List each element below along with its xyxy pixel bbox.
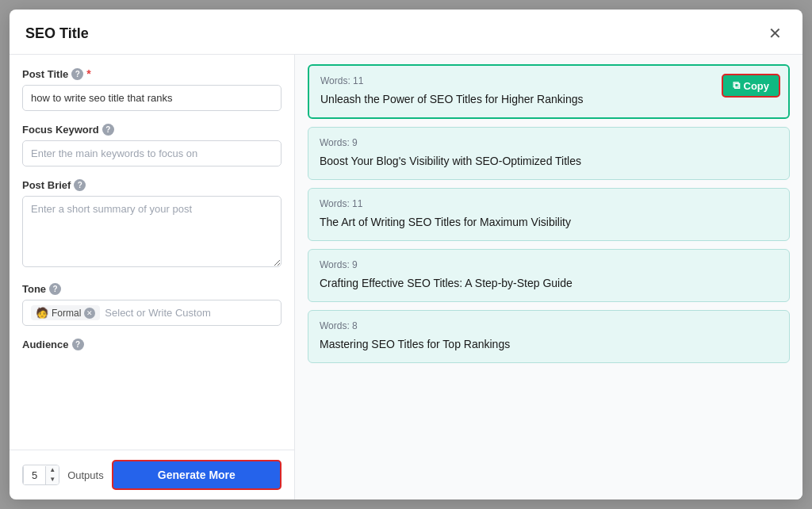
generate-more-button[interactable]: Generate More bbox=[112, 460, 282, 490]
result-text-2: Boost Your Blog's Visibility with SEO-Op… bbox=[320, 153, 778, 170]
result-text-5: Mastering SEO Titles for Top Rankings bbox=[320, 336, 778, 353]
result-card-3: Words: 11 The Art of Writing SEO Titles … bbox=[308, 188, 790, 241]
result-text-1: Unleash the Power of SEO Titles for High… bbox=[320, 91, 777, 108]
post-brief-label: Post Brief ? bbox=[22, 179, 282, 191]
focus-keyword-label: Focus Keyword ? bbox=[22, 124, 282, 136]
close-button[interactable]: ✕ bbox=[764, 22, 787, 44]
focus-keyword-group: Focus Keyword ? bbox=[22, 124, 282, 166]
modal-title: SEO Title bbox=[25, 25, 89, 42]
tone-tag-icon: 🧑 bbox=[36, 307, 48, 319]
tone-placeholder: Select or Write Custom bbox=[105, 307, 210, 319]
left-scroll-area: Post Title ? * Focus Keyword ? bbox=[10, 55, 294, 450]
post-title-group: Post Title ? * bbox=[22, 67, 282, 111]
result-meta-2: Words: 9 bbox=[320, 137, 778, 148]
post-title-help-icon: ? bbox=[71, 68, 83, 80]
post-brief-help-icon: ? bbox=[74, 179, 86, 191]
tone-field[interactable]: 🧑 Formal ✕ Select or Write Custom bbox=[22, 300, 282, 326]
copy-icon: ⧉ bbox=[733, 79, 740, 92]
modal-body: Post Title ? * Focus Keyword ? bbox=[10, 55, 802, 499]
tone-tag-remove-button[interactable]: ✕ bbox=[84, 308, 95, 319]
result-meta-3: Words: 11 bbox=[320, 198, 778, 209]
outputs-value: 5 bbox=[23, 466, 46, 484]
modal-header: SEO Title ✕ bbox=[10, 10, 802, 55]
outputs-label: Outputs bbox=[67, 469, 104, 481]
result-text-3: The Art of Writing SEO Titles for Maximu… bbox=[320, 214, 778, 231]
outputs-up-button[interactable]: ▲ bbox=[46, 465, 59, 475]
left-panel: Post Title ? * Focus Keyword ? bbox=[10, 55, 295, 499]
outputs-down-button[interactable]: ▼ bbox=[46, 475, 59, 484]
outputs-arrows: ▲ ▼ bbox=[46, 465, 59, 484]
right-panel: Words: 11 Unleash the Power of SEO Title… bbox=[295, 55, 802, 499]
audience-help-icon: ? bbox=[72, 339, 84, 350]
audience-group: Audience ? bbox=[22, 339, 282, 350]
result-card-5: Words: 8 Mastering SEO Titles for Top Ra… bbox=[308, 310, 790, 363]
post-title-input[interactable] bbox=[22, 85, 282, 111]
result-card-4: Words: 9 Crafting Effective SEO Titles: … bbox=[308, 249, 790, 302]
result-meta-5: Words: 8 bbox=[320, 320, 778, 331]
result-card-2: Words: 9 Boost Your Blog's Visibility wi… bbox=[308, 127, 790, 180]
tone-label: Tone ? bbox=[22, 283, 282, 295]
tone-group: Tone ? 🧑 Formal ✕ Select or Write Custom bbox=[22, 283, 282, 326]
audience-label: Audience ? bbox=[22, 339, 282, 350]
result-meta-4: Words: 9 bbox=[320, 259, 778, 270]
outputs-stepper[interactable]: 5 ▲ ▼ bbox=[22, 465, 59, 485]
post-title-label: Post Title ? * bbox=[22, 67, 282, 80]
post-title-required: * bbox=[86, 67, 90, 80]
post-brief-group: Post Brief ? bbox=[22, 179, 282, 270]
tone-tag-formal: 🧑 Formal ✕ bbox=[31, 305, 100, 320]
post-brief-textarea[interactable] bbox=[22, 196, 282, 267]
result-text-4: Crafting Effective SEO Titles: A Step-by… bbox=[320, 275, 778, 292]
copy-button-1[interactable]: ⧉ Copy bbox=[722, 74, 781, 98]
result-meta-1: Words: 11 bbox=[320, 75, 777, 86]
seo-title-modal: SEO Title ✕ Post Title ? * Focus Key bbox=[10, 10, 802, 499]
focus-keyword-input[interactable] bbox=[22, 140, 282, 166]
left-footer: 5 ▲ ▼ Outputs Generate More bbox=[10, 450, 294, 499]
result-card-1: Words: 11 Unleash the Power of SEO Title… bbox=[308, 64, 790, 119]
tone-help-icon: ? bbox=[49, 283, 61, 295]
focus-keyword-help-icon: ? bbox=[102, 124, 114, 136]
